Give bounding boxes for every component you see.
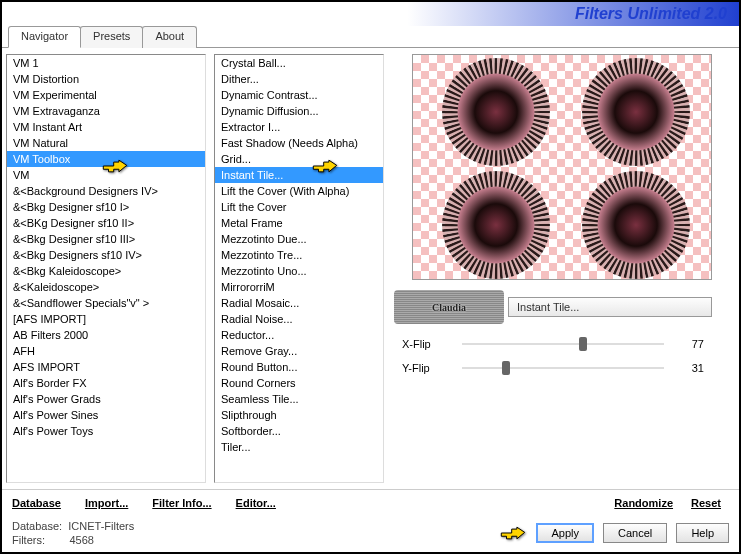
app-title: Filters Unlimited 2.0 — [575, 5, 727, 23]
filter-list[interactable]: Crystal Ball...Dither...Dynamic Contrast… — [214, 54, 384, 483]
filter-item[interactable]: Remove Gray... — [215, 343, 383, 359]
filter-item[interactable]: Round Button... — [215, 359, 383, 375]
category-item[interactable]: Alf's Border FX — [7, 375, 205, 391]
pointer-icon — [102, 156, 128, 176]
category-item[interactable]: &<Bkg Designer sf10 III> — [7, 231, 205, 247]
filter-item[interactable]: Softborder... — [215, 423, 383, 439]
preview-disc — [581, 57, 691, 167]
filter-item[interactable]: Lift the Cover (With Alpha) — [215, 183, 383, 199]
svg-point-120 — [458, 74, 535, 151]
filter-item[interactable]: Crystal Ball... — [215, 55, 383, 71]
category-item[interactable]: &<Background Designers IV> — [7, 183, 205, 199]
reset-link[interactable]: Reset — [691, 497, 721, 509]
slider-yflip[interactable]: Y-Flip 31 — [394, 356, 712, 380]
slider-xflip[interactable]: X-Flip 77 — [394, 332, 712, 356]
svg-point-362 — [458, 187, 535, 264]
status-text: Database: ICNET-Filters Filters: 4568 — [12, 519, 134, 547]
slider-value: 31 — [674, 362, 704, 374]
editor-link[interactable]: Editor... — [236, 497, 276, 509]
category-item[interactable]: VM Natural — [7, 135, 205, 151]
category-item[interactable]: Alf's Power Toys — [7, 423, 205, 439]
preview-disc — [441, 57, 551, 167]
footer: Database: ICNET-Filters Filters: 4568 Ap… — [2, 515, 739, 551]
preview-image — [412, 54, 712, 280]
tab-presets[interactable]: Presets — [80, 26, 143, 48]
slider-value: 77 — [674, 338, 704, 350]
filter-item[interactable]: Round Corners — [215, 375, 383, 391]
filter-item[interactable]: Radial Noise... — [215, 311, 383, 327]
filter-item[interactable]: Mezzotinto Tre... — [215, 247, 383, 263]
preview-disc — [441, 170, 551, 280]
filter-item[interactable]: Slipthrough — [215, 407, 383, 423]
filter-item[interactable]: Lift the Cover — [215, 199, 383, 215]
filter-item[interactable]: Mezzotinto Uno... — [215, 263, 383, 279]
category-item[interactable]: &<BKg Designer sf10 II> — [7, 215, 205, 231]
category-item[interactable]: [AFS IMPORT] — [7, 311, 205, 327]
category-item[interactable]: VM Experimental — [7, 87, 205, 103]
footer-buttons: Apply Cancel Help — [530, 527, 729, 539]
category-item[interactable]: VM Distortion — [7, 71, 205, 87]
category-item[interactable]: Alf's Power Grads — [7, 391, 205, 407]
filter-item[interactable]: Metal Frame — [215, 215, 383, 231]
category-item[interactable]: VM Instant Art — [7, 119, 205, 135]
category-item[interactable]: Alf's Power Sines — [7, 407, 205, 423]
filter-item[interactable]: Reductor... — [215, 327, 383, 343]
filter-item[interactable]: Dither... — [215, 71, 383, 87]
filter-item[interactable]: Fast Shadow (Needs Alpha) — [215, 135, 383, 151]
tab-about[interactable]: About — [142, 26, 197, 48]
slider-track[interactable] — [462, 334, 664, 354]
category-item[interactable]: AFS IMPORT — [7, 359, 205, 375]
svg-point-483 — [598, 187, 675, 264]
slider-label: X-Flip — [402, 338, 452, 350]
watermark: Claudia — [394, 290, 504, 324]
filter-item[interactable]: Dynamic Contrast... — [215, 87, 383, 103]
category-item[interactable]: AB Filters 2000 — [7, 327, 205, 343]
main-panel: VM 1VM DistortionVM ExperimentalVM Extra… — [2, 47, 739, 489]
category-list[interactable]: VM 1VM DistortionVM ExperimentalVM Extra… — [6, 54, 206, 483]
category-item[interactable]: &<Kaleidoscope> — [7, 279, 205, 295]
filter-item[interactable]: MirrororriM — [215, 279, 383, 295]
preview-column: Claudia Instant Tile... X-Flip 77 Y-Flip… — [388, 48, 718, 489]
category-item[interactable]: VM 1 — [7, 55, 205, 71]
database-link[interactable]: Database — [12, 497, 61, 509]
category-item[interactable]: VM Extravaganza — [7, 103, 205, 119]
filter-item[interactable]: Grid... — [215, 151, 383, 167]
filter-item[interactable]: Seamless Tile... — [215, 391, 383, 407]
randomize-link[interactable]: Randomize — [614, 497, 673, 509]
pointer-icon — [500, 523, 526, 543]
filter-info-link[interactable]: Filter Info... — [152, 497, 211, 509]
watermark-text: Claudia — [432, 302, 466, 313]
preview-disc — [581, 170, 691, 280]
slider-label: Y-Flip — [402, 362, 452, 374]
tab-row: Navigator Presets About — [8, 26, 739, 48]
filter-item[interactable]: Dynamic Diffusion... — [215, 103, 383, 119]
filter-item[interactable]: Radial Mosaic... — [215, 295, 383, 311]
filter-item[interactable]: Tiler... — [215, 439, 383, 455]
help-button[interactable]: Help — [676, 523, 729, 543]
cancel-button[interactable]: Cancel — [603, 523, 667, 543]
category-item[interactable]: &<Sandflower Specials"v" > — [7, 295, 205, 311]
link-button-row: Database Import... Filter Info... Editor… — [2, 489, 739, 515]
filter-item[interactable]: Extractor I... — [215, 119, 383, 135]
filter-item[interactable]: Instant Tile... — [215, 167, 383, 183]
svg-point-241 — [598, 74, 675, 151]
title-bar: Filters Unlimited 2.0 — [2, 2, 739, 26]
category-item[interactable]: &<Bkg Designer sf10 I> — [7, 199, 205, 215]
filter-item[interactable]: Mezzotinto Due... — [215, 231, 383, 247]
category-item[interactable]: &<Bkg Kaleidoscope> — [7, 263, 205, 279]
import-link[interactable]: Import... — [85, 497, 128, 509]
tab-navigator[interactable]: Navigator — [8, 26, 81, 48]
filter-label-row: Claudia Instant Tile... — [394, 290, 712, 324]
current-filter-name: Instant Tile... — [508, 297, 712, 317]
category-item[interactable]: AFH — [7, 343, 205, 359]
category-item[interactable]: &<Bkg Designers sf10 IV> — [7, 247, 205, 263]
pointer-icon — [312, 156, 338, 176]
apply-button[interactable]: Apply — [536, 523, 594, 543]
slider-track[interactable] — [462, 358, 664, 378]
